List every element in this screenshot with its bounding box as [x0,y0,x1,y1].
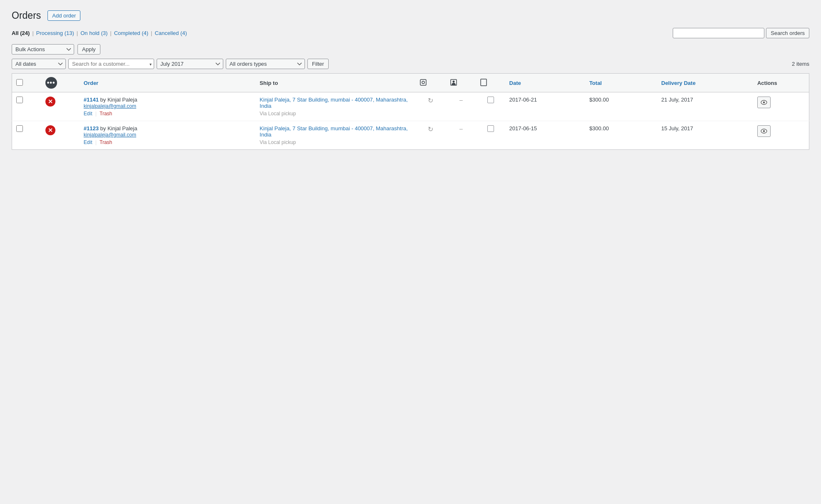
order-email-link[interactable]: kinjalpaleja@gmail.com [84,132,136,138]
filter-month-select[interactable]: July 2017 [157,59,223,69]
sep4: | [151,30,152,36]
filter-button[interactable]: Filter [307,59,329,69]
sep1: | [32,30,33,36]
order-number-link[interactable]: #1141 [84,97,99,103]
sep2: | [77,30,78,36]
delivery-date: 15 July, 2017 [661,125,693,132]
tab-all[interactable]: All (24) [12,30,30,36]
th-delivery-date[interactable]: Delivery Date [657,74,753,92]
th-status: ••• [41,74,80,92]
th-icon-person [446,74,476,92]
order-row-actions: Edit | Trash [84,111,252,117]
order-by: by Kinjal Paleja [100,125,137,132]
tab-processing[interactable]: Processing (13) [36,30,74,36]
row-actions-cell [753,121,809,150]
th-date[interactable]: Date [505,74,585,92]
items-count: 2 items [792,61,809,67]
orders-tbody: ✕ #1141 by Kinjal Paleja kinjalpaleja@gm… [12,92,809,150]
page-title: Orders [12,10,41,21]
tab-processing-link[interactable]: Processing (13) [36,30,74,36]
svg-point-8 [763,130,765,132]
status-cancelled-icon: ✕ [45,97,55,107]
order-trash-link[interactable]: Trash [100,139,112,145]
table-header: ••• Order Ship to [12,74,809,92]
order-row-actions: Edit | Trash [84,139,252,145]
order-edit-link[interactable]: Edit [84,111,92,117]
view-order-button[interactable] [757,97,771,108]
svg-rect-4 [481,79,487,86]
view-order-button[interactable] [757,125,771,137]
sep3: | [110,30,111,36]
th-total-link[interactable]: Total [589,80,602,86]
order-sep: | [95,139,97,145]
order-email-link[interactable]: kinjalpaleja@gmail.com [84,103,136,109]
th-date-link[interactable]: Date [509,80,521,86]
row-doc-cell [476,121,505,150]
ship-via: Via Local pickup [260,139,411,145]
tab-completed-link[interactable]: Completed (4) [114,30,148,36]
row-delivery-cell: 21 July, 2017 [657,92,753,121]
row-date-cell: 2017-06-15 [505,121,585,150]
th-icon-refresh [415,74,446,92]
order-by: by Kinjal Paleja [100,97,137,103]
row-doc-cell [476,92,505,121]
tab-on-hold-link[interactable]: On hold (3) [80,30,107,36]
tab-cancelled[interactable]: Cancelled (4) [155,30,187,36]
row-total-cell: $300.00 [585,121,657,150]
th-delivery-link[interactable]: Delivery Date [661,80,696,86]
svg-rect-0 [420,79,426,85]
bulk-actions-row: Bulk Actions Apply [12,44,809,55]
row-checkbox-cell [12,121,41,150]
th-ship-to: Ship to [255,74,415,92]
order-date: 2017-06-21 [509,97,537,103]
apply-button[interactable]: Apply [77,44,100,55]
row-date-cell: 2017-06-21 [505,92,585,121]
table-row: ✕ #1141 by Kinjal Paleja kinjalpaleja@gm… [12,92,809,121]
row-status-cell: ✕ [41,92,80,121]
search-orders-button[interactable]: Search orders [766,28,809,38]
order-total: $300.00 [589,97,609,103]
th-actions: Actions [753,74,809,92]
page-header: Orders Add order [12,10,809,21]
th-order-link[interactable]: Order [84,80,98,86]
order-date: 2017-06-15 [509,125,537,132]
refresh-icon: ↻ [428,97,433,104]
bulk-actions-select[interactable]: Bulk Actions [12,44,74,55]
customer-search-input[interactable] [68,59,154,69]
row-dash-cell: – [446,121,476,150]
tab-on-hold[interactable]: On hold (3) [80,30,107,36]
row-status-cell: ✕ [41,121,80,150]
orders-table: ••• Order Ship to [12,73,809,150]
row-order-cell: #1123 by Kinjal Paleja kinjalpaleja@gmai… [80,121,256,150]
delivery-date: 21 July, 2017 [661,97,693,103]
refresh-icon: ↻ [428,126,433,133]
order-total: $300.00 [589,125,609,132]
row-refresh-cell: ↻ [415,92,446,121]
row-ship-cell: Kinjal Paleja, 7 Star Building, mumbai -… [255,92,415,121]
th-total[interactable]: Total [585,74,657,92]
th-order[interactable]: Order [80,74,256,92]
table-row: ✕ #1123 by Kinjal Paleja kinjalpaleja@gm… [12,121,809,150]
tab-cancelled-link[interactable]: Cancelled (4) [155,30,187,36]
search-orders-input[interactable] [673,28,764,38]
tab-all-link[interactable]: All (24) [12,30,30,36]
ship-via: Via Local pickup [260,111,411,117]
filter-dates-select[interactable]: All dates [12,59,66,69]
row-checkbox[interactable] [16,97,23,103]
more-icon: ••• [45,77,57,89]
order-edit-link[interactable]: Edit [84,139,92,145]
th-checkbox [12,74,41,92]
order-number-link[interactable]: #1123 [84,125,99,132]
dash-icon: – [459,97,463,103]
svg-point-1 [422,81,424,84]
order-trash-link[interactable]: Trash [100,111,112,117]
tab-completed[interactable]: Completed (4) [114,30,148,36]
row-delivery-cell: 15 July, 2017 [657,121,753,150]
filter-types-select[interactable]: All orders types [226,59,305,69]
search-orders-section: Search orders [673,28,809,38]
row-checkbox[interactable] [16,125,23,132]
add-order-button[interactable]: Add order [47,10,80,21]
filter-row: All dates ▾ July 2017 All orders types F… [12,59,809,69]
dash-icon: – [459,125,463,132]
select-all-checkbox[interactable] [16,79,23,86]
